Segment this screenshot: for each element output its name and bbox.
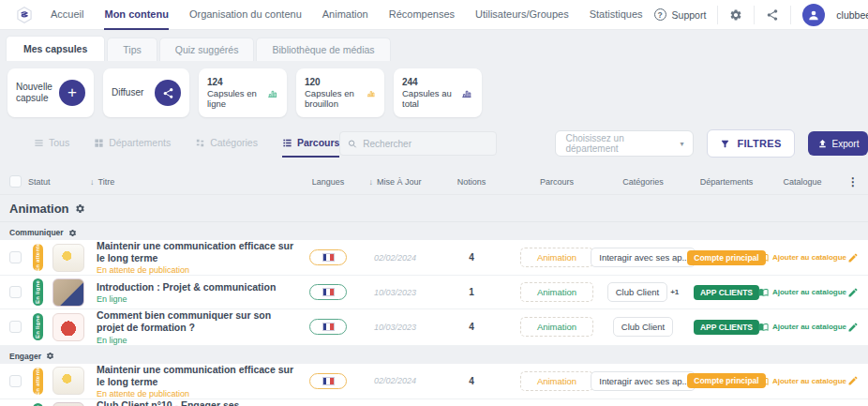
capsule-title[interactable]: Introduction : Projet & communication	[97, 281, 295, 293]
stat-card-capsules-en-ligne[interactable]: 124 Capsules en ligne	[199, 68, 287, 117]
department-select[interactable]: Choisissez un département ▾	[555, 130, 694, 157]
new-capsule-card[interactable]: Nouvelle capsule +	[7, 68, 94, 117]
updated-date: 10/03/2023	[374, 323, 416, 332]
filter-tab-departements[interactable]: Départements	[94, 129, 171, 158]
nav-item-statistiques[interactable]: Statistiques	[590, 0, 643, 30]
nav-item-utilisateurs-groupes[interactable]: Utilisateurs/Groupes	[475, 0, 569, 30]
parcours-chip[interactable]: Animation	[520, 317, 593, 337]
column-categories[interactable]: Catégories	[622, 177, 664, 187]
edit-pencil-icon[interactable]	[847, 322, 859, 333]
language-badge[interactable]	[309, 284, 347, 300]
capsule-status: En ligne	[97, 294, 295, 304]
edit-pencil-icon[interactable]	[847, 287, 859, 298]
network-share-button[interactable]	[754, 6, 790, 24]
notions-count: 4	[469, 252, 474, 263]
parcours-chip[interactable]: Animation	[520, 248, 593, 267]
category-chip[interactable]: Interagir avec ses ap..	[591, 248, 695, 267]
tab-bibliotheque-de-medias[interactable]: Bibliothèque de médias	[256, 38, 390, 61]
filter-tabs: Tous Départements Catégories Parcours	[34, 129, 339, 158]
row-checkbox[interactable]	[9, 251, 22, 263]
sort-icon[interactable]: ↓	[90, 177, 95, 187]
stat-card-capsules-au-total[interactable]: 244 Capsules au total	[394, 68, 482, 117]
export-button[interactable]: Export	[808, 131, 868, 156]
add-to-catalogue-button[interactable]: Ajouter au catalogue	[758, 252, 846, 263]
tab-tips[interactable]: Tips	[107, 38, 157, 61]
column-notions[interactable]: Notions	[457, 177, 486, 187]
stat-label: Capsules en ligne	[207, 88, 266, 109]
capsule-title[interactable]: Comment bien communiquer sur son projet …	[97, 309, 295, 334]
table-row[interactable]: En attente Maintenir une communication e…	[0, 240, 868, 276]
updated-date: 02/02/2024	[374, 376, 416, 385]
column-parcours[interactable]: Parcours	[540, 177, 574, 187]
table-row[interactable]: En ligne Club Client n°10 - Engager ses …	[0, 399, 868, 406]
column-catalogue[interactable]: Catalogue	[783, 177, 821, 187]
language-badge[interactable]	[309, 249, 347, 265]
plus-icon[interactable]: +	[59, 80, 85, 106]
beedeez-logo-icon[interactable]	[15, 5, 34, 25]
grid-icon	[94, 138, 104, 148]
section-gear-icon[interactable]	[75, 203, 85, 214]
book-icon	[758, 322, 769, 332]
filter-tab-categories[interactable]: Catégories	[195, 129, 258, 158]
stat-card-capsules-en-brouillon[interactable]: 120 Capsules en brouillon	[296, 68, 384, 117]
support-button[interactable]: ? Support	[643, 6, 718, 24]
bar-chart-icon	[266, 85, 278, 100]
nav-item-animation[interactable]: Animation	[322, 0, 368, 30]
column-statut[interactable]: Statut	[28, 177, 51, 187]
capsule-status: En attente de publication	[97, 389, 295, 398]
edit-pencil-icon[interactable]	[847, 375, 859, 386]
table-row[interactable]: En ligne Introduction : Projet & communi…	[0, 276, 868, 309]
language-badge[interactable]	[309, 319, 347, 335]
sort-icon[interactable]: ↓	[368, 177, 373, 187]
filters-button[interactable]: FILTRES	[707, 129, 794, 158]
category-chip[interactable]: Club Client	[607, 282, 667, 302]
capsule-title[interactable]: Maintenir une communication efficace sur…	[97, 240, 295, 264]
dots-grid-icon	[195, 138, 205, 148]
group-gear-icon[interactable]	[46, 352, 54, 360]
language-badge[interactable]	[309, 373, 347, 389]
capsule-title[interactable]: Club Client n°10 - Engager ses populatio…	[97, 399, 295, 406]
nav-item-mon-contenu[interactable]: Mon contenu	[104, 0, 168, 30]
parcours-chip[interactable]: Animation	[520, 371, 593, 391]
nav-item-recompenses[interactable]: Récompenses	[389, 0, 455, 30]
table-row[interactable]: En ligne Comment bien communiquer sur so…	[0, 309, 868, 345]
capsule-status: En attente de publication	[97, 265, 295, 275]
add-to-catalogue-button[interactable]: Ajouter au catalogue	[758, 287, 846, 297]
edit-pencil-icon[interactable]	[847, 252, 859, 263]
table-row[interactable]: En attente Maintenir une communication e…	[0, 364, 868, 399]
column-departements[interactable]: Départements	[700, 177, 754, 187]
parcours-chip[interactable]: Animation	[520, 282, 593, 302]
nav-item-accueil[interactable]: Accueil	[51, 0, 83, 30]
extra-categories-count[interactable]: +1	[670, 288, 679, 296]
column-mise-a-jour[interactable]: ↓ Mise À Jour	[368, 177, 421, 187]
bar-chart-icon	[460, 85, 473, 100]
add-to-catalogue-button[interactable]: Ajouter au catalogue	[758, 322, 846, 332]
row-checkbox[interactable]	[9, 286, 22, 298]
nav-item-organisation-du-contenu[interactable]: Organisation du contenu	[189, 0, 302, 30]
column-langues[interactable]: Langues	[312, 177, 345, 187]
category-chip[interactable]: Interagir avec ses ap..	[591, 371, 695, 391]
filter-tab-parcours[interactable]: Parcours	[282, 129, 340, 158]
section-animation: Animation	[0, 195, 868, 222]
book-icon	[758, 287, 769, 297]
column-menu-icon[interactable]: ⋮	[847, 175, 859, 188]
filter-tab-tous[interactable]: Tous	[34, 129, 69, 158]
group-gear-icon[interactable]	[68, 229, 77, 237]
share-icon[interactable]	[155, 80, 181, 106]
capsule-title[interactable]: Maintenir une communication efficace sur…	[97, 364, 295, 388]
category-chip[interactable]: Club Client	[613, 317, 673, 337]
settings-gear-button[interactable]	[717, 6, 754, 24]
account-menu[interactable]: clubbeedeez@beedeez.com ▾	[790, 6, 868, 24]
row-checkbox[interactable]	[9, 321, 22, 333]
add-to-catalogue-button[interactable]: Ajouter au catalogue	[758, 376, 846, 386]
search-input[interactable]	[363, 139, 488, 149]
diffuse-card[interactable]: Diffuser	[103, 68, 189, 117]
select-all-checkbox[interactable]	[9, 175, 22, 188]
column-titre[interactable]: ↓ Titre	[90, 177, 114, 187]
summary-cards: Nouvelle capsule + Diffuser 124 Capsules…	[7, 68, 868, 117]
row-checkbox[interactable]	[9, 375, 22, 387]
tab-quiz-suggeres[interactable]: Quiz suggérés	[159, 38, 255, 61]
tab-mes-capsules[interactable]: Mes capsules	[6, 36, 105, 61]
bar-chart-icon	[366, 85, 376, 100]
book-icon	[758, 376, 769, 386]
